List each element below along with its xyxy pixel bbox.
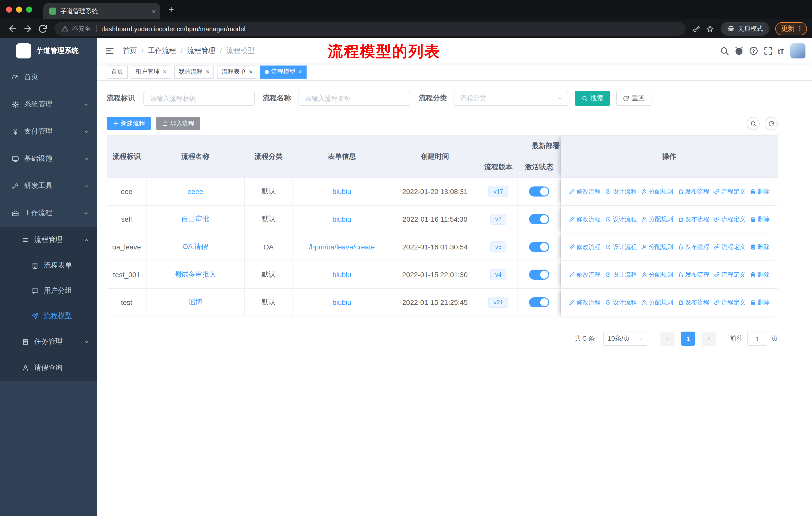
tab-process-model[interactable]: 流程模型× bbox=[260, 65, 307, 78]
breadcrumb-item[interactable]: 工作流程 bbox=[148, 46, 176, 55]
action-delete[interactable]: 删除 bbox=[750, 215, 770, 223]
back-button[interactable] bbox=[7, 24, 18, 34]
action-update[interactable]: 修改流程 bbox=[569, 187, 601, 196]
active-toggle[interactable] bbox=[529, 186, 549, 196]
tab-close-icon[interactable]: × bbox=[151, 7, 156, 15]
close-icon[interactable]: × bbox=[163, 69, 166, 75]
action-deploy[interactable]: 发布流程 bbox=[677, 187, 709, 196]
tab-home[interactable]: 首页 bbox=[107, 65, 128, 78]
version-tag[interactable]: v17 bbox=[489, 186, 509, 197]
forward-button[interactable] bbox=[23, 24, 33, 34]
window-zoom-button[interactable] bbox=[26, 6, 32, 12]
form-link[interactable]: biubiu bbox=[332, 271, 351, 279]
reload-button[interactable] bbox=[38, 24, 48, 34]
reset-button[interactable]: 重置 bbox=[616, 91, 651, 106]
action-deploy[interactable]: 发布流程 bbox=[677, 243, 709, 251]
close-icon[interactable]: × bbox=[249, 69, 253, 75]
bookmark-star-icon[interactable] bbox=[706, 24, 714, 33]
form-link[interactable]: /bpm/oa/leave/create bbox=[309, 243, 375, 251]
breadcrumb-item[interactable]: 流程管理 bbox=[187, 46, 215, 55]
action-assign-rule[interactable]: 分配规则 bbox=[641, 215, 673, 223]
sidebar-item-infrastructure[interactable]: 基础设施 bbox=[0, 145, 97, 172]
goto-page-input[interactable] bbox=[747, 332, 767, 346]
process-name-link[interactable]: 自己审批 bbox=[181, 215, 209, 224]
sidebar-item-process-model[interactable]: 流程模型 bbox=[0, 303, 97, 329]
close-icon[interactable]: × bbox=[298, 69, 302, 75]
version-tag[interactable]: v5 bbox=[490, 241, 506, 252]
action-design[interactable]: 设计流程 bbox=[605, 298, 637, 307]
github-icon[interactable] bbox=[734, 46, 744, 56]
action-design[interactable]: 设计流程 bbox=[605, 243, 637, 251]
fullscreen-icon[interactable] bbox=[763, 46, 773, 56]
version-tag[interactable]: v4 bbox=[490, 269, 506, 280]
form-link[interactable]: biubiu bbox=[332, 187, 351, 195]
sidebar-item-task-management[interactable]: 任务管理 bbox=[0, 329, 97, 355]
process-key-input[interactable] bbox=[143, 91, 255, 106]
action-delete[interactable]: 删除 bbox=[750, 270, 770, 279]
sidebar-item-leave-query[interactable]: 请假查询 bbox=[0, 355, 97, 381]
breadcrumb-item[interactable]: 首页 bbox=[123, 46, 137, 55]
new-tab-button[interactable]: + bbox=[164, 2, 178, 17]
form-link[interactable]: biubiu bbox=[332, 298, 351, 306]
toggle-search-button[interactable] bbox=[747, 117, 760, 130]
close-icon[interactable]: × bbox=[206, 69, 209, 75]
active-toggle[interactable] bbox=[529, 214, 549, 224]
action-assign-rule[interactable]: 分配规则 bbox=[641, 243, 673, 251]
active-toggle[interactable] bbox=[529, 270, 549, 280]
refresh-table-button[interactable] bbox=[765, 117, 778, 130]
font-size-icon[interactable]: tT bbox=[778, 47, 784, 55]
browser-menu-dots-icon[interactable] bbox=[796, 25, 804, 32]
page-number-button[interactable]: 1 bbox=[681, 332, 695, 346]
page-size-select[interactable]: 10条/页 bbox=[603, 332, 647, 346]
action-update[interactable]: 修改流程 bbox=[569, 298, 601, 307]
form-link[interactable]: biubiu bbox=[332, 215, 351, 223]
url-bar[interactable]: 不安全 dashboard.yudao.iocoder.cn/bpm/manag… bbox=[54, 22, 686, 36]
sidebar-item-payment[interactable]: 支付管理 bbox=[0, 118, 97, 145]
process-name-input[interactable] bbox=[298, 91, 410, 106]
action-definition[interactable]: 流程定义 bbox=[714, 270, 746, 279]
action-deploy[interactable]: 发布流程 bbox=[677, 298, 709, 307]
action-design[interactable]: 设计流程 bbox=[605, 270, 637, 279]
action-definition[interactable]: 流程定义 bbox=[714, 298, 746, 307]
prev-page-button[interactable] bbox=[661, 332, 674, 346]
action-delete[interactable]: 删除 bbox=[750, 243, 770, 251]
process-name-link[interactable]: 滔博 bbox=[188, 298, 202, 307]
sidebar-item-user-group[interactable]: 用户分组 bbox=[0, 278, 97, 303]
browser-tab[interactable]: 芋道管理系统 × bbox=[43, 3, 160, 19]
action-design[interactable]: 设计流程 bbox=[605, 215, 637, 223]
sidebar-collapse-button[interactable] bbox=[105, 46, 115, 56]
sidebar-item-process-form[interactable]: 流程表单 bbox=[0, 253, 97, 278]
action-assign-rule[interactable]: 分配规则 bbox=[641, 187, 673, 196]
sidebar-item-dev-tools[interactable]: 研发工具 bbox=[0, 172, 97, 199]
action-definition[interactable]: 流程定义 bbox=[714, 215, 746, 223]
action-update[interactable]: 修改流程 bbox=[569, 270, 601, 279]
action-deploy[interactable]: 发布流程 bbox=[677, 215, 709, 223]
sidebar-item-workflow[interactable]: 工作流程 bbox=[0, 199, 97, 227]
sidebar-item-process-management[interactable]: 流程管理 bbox=[0, 227, 97, 253]
action-delete[interactable]: 删除 bbox=[750, 298, 770, 307]
process-name-link[interactable]: eeee bbox=[187, 187, 203, 195]
tab-my-process[interactable]: 我的流程× bbox=[174, 65, 214, 78]
sidebar-item-home[interactable]: 首页 bbox=[0, 63, 97, 91]
sidebar-item-system[interactable]: 系统管理 bbox=[0, 91, 97, 118]
header-search-icon[interactable] bbox=[719, 46, 729, 56]
active-toggle[interactable] bbox=[529, 242, 549, 252]
action-update[interactable]: 修改流程 bbox=[569, 243, 601, 251]
action-deploy[interactable]: 发布流程 bbox=[677, 270, 709, 279]
action-delete[interactable]: 删除 bbox=[750, 187, 770, 196]
search-button[interactable]: 搜索 bbox=[575, 91, 610, 106]
password-key-icon[interactable] bbox=[692, 24, 701, 33]
next-page-button[interactable] bbox=[702, 332, 716, 346]
process-name-link[interactable]: 测试多审批人 bbox=[174, 270, 216, 279]
help-icon[interactable] bbox=[749, 46, 759, 56]
tab-tenant[interactable]: 租户管理× bbox=[131, 65, 171, 78]
import-process-button[interactable]: 导入流程 bbox=[156, 117, 200, 130]
create-process-button[interactable]: 新建流程 bbox=[107, 117, 151, 130]
tab-process-form[interactable]: 流程表单× bbox=[217, 65, 257, 78]
action-assign-rule[interactable]: 分配规则 bbox=[641, 270, 673, 279]
category-select[interactable]: 流程分类 bbox=[454, 91, 568, 106]
user-avatar[interactable] bbox=[790, 43, 806, 58]
action-definition[interactable]: 流程定义 bbox=[714, 243, 746, 251]
active-toggle[interactable] bbox=[529, 297, 549, 307]
update-button[interactable]: 更新 bbox=[775, 22, 807, 35]
